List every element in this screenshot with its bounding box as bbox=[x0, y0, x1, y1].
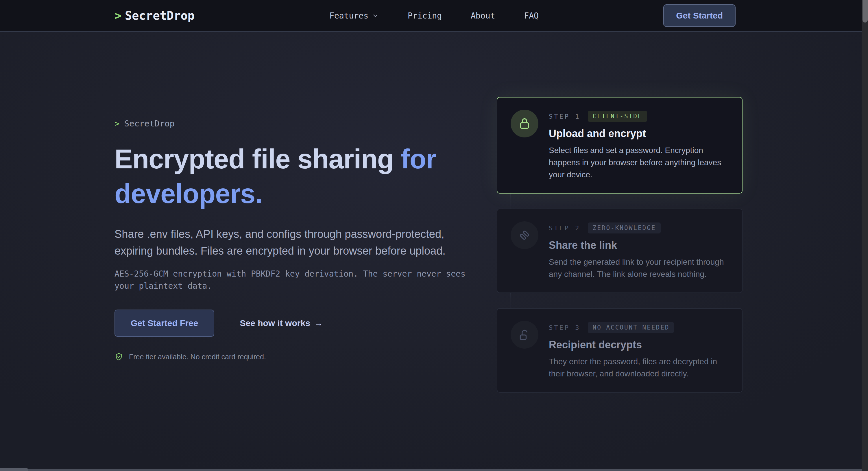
arrow-right-icon: → bbox=[314, 318, 323, 328]
unlock-icon bbox=[518, 328, 531, 341]
eyebrow-text: SecretDrop bbox=[124, 119, 175, 128]
nav-item-features[interactable]: Features bbox=[329, 11, 379, 21]
step-2-title: Share the link bbox=[549, 239, 728, 252]
step-3-meta: STEP 3 NO ACCOUNT NEEDED bbox=[549, 322, 728, 333]
page: > SecretDrop Features Pricing About FAQ … bbox=[0, 0, 868, 471]
step-connector-2 bbox=[510, 293, 511, 308]
nav-item-pricing-label: Pricing bbox=[408, 11, 442, 21]
link-icon bbox=[518, 229, 531, 242]
step-3-body: STEP 3 NO ACCOUNT NEEDED Recipient decry… bbox=[549, 321, 728, 380]
shield-check-icon bbox=[115, 352, 123, 361]
step-1-body: STEP 1 CLIENT-SIDE Upload and encrypt Se… bbox=[549, 110, 728, 181]
page-title-plain: Encrypted file sharing bbox=[115, 144, 401, 174]
step-1-title: Upload and encrypt bbox=[549, 127, 728, 140]
scrollbar-track[interactable] bbox=[862, 0, 868, 471]
hero-copy: > SecretDrop Encrypted file sharing for … bbox=[115, 32, 488, 470]
brand-logo[interactable]: > SecretDrop bbox=[115, 9, 194, 22]
step-1-description: Select files and set a password. Encrypt… bbox=[549, 144, 728, 181]
step-3-title: Recipient decrypts bbox=[549, 339, 728, 351]
hero-subheading: Share .env files, API keys, and configs … bbox=[115, 226, 482, 259]
navbar: > SecretDrop Features Pricing About FAQ … bbox=[0, 0, 868, 32]
step-1-meta: STEP 1 CLIENT-SIDE bbox=[549, 111, 728, 122]
step-card-upload-encrypt[interactable]: STEP 1 CLIENT-SIDE Upload and encrypt Se… bbox=[497, 97, 743, 194]
nav-item-pricing[interactable]: Pricing bbox=[408, 11, 442, 21]
brand-prompt-glyph: > bbox=[115, 9, 121, 22]
chevron-down-icon bbox=[372, 12, 379, 19]
assurance-text: Free tier available. No credit card requ… bbox=[129, 353, 266, 361]
step-3-label: STEP 3 bbox=[549, 324, 580, 331]
step-2-body: STEP 2 ZERO-KNOWLEDGE Share the link Sen… bbox=[549, 221, 728, 281]
nav-item-features-label: Features bbox=[329, 11, 368, 21]
get-started-free-button[interactable]: Get Started Free bbox=[115, 310, 214, 337]
nav-item-faq-label: FAQ bbox=[524, 11, 539, 21]
step-card-share-link[interactable]: STEP 2 ZERO-KNOWLEDGE Share the link Sen… bbox=[497, 209, 743, 293]
step-1-label: STEP 1 bbox=[549, 113, 580, 120]
step-connector-1 bbox=[510, 194, 511, 209]
hero-section: > SecretDrop Encrypted file sharing for … bbox=[0, 32, 868, 470]
step-1-icon-circle bbox=[510, 110, 538, 138]
hero-tech-note: AES-256-GCM encryption with PBKDF2 key d… bbox=[115, 268, 488, 292]
status-bar-stub bbox=[0, 468, 28, 471]
steps-panel: STEP 1 CLIENT-SIDE Upload and encrypt Se… bbox=[497, 32, 743, 470]
eyebrow-prompt-glyph: > bbox=[115, 119, 119, 128]
step-2-meta: STEP 2 ZERO-KNOWLEDGE bbox=[549, 223, 728, 233]
step-2-badge: ZERO-KNOWLEDGE bbox=[588, 223, 660, 233]
lock-icon bbox=[518, 117, 531, 130]
next-section-edge bbox=[0, 469, 862, 471]
nav-item-faq[interactable]: FAQ bbox=[524, 11, 539, 21]
get-started-button[interactable]: Get Started bbox=[663, 4, 736, 27]
scrollbar-thumb[interactable] bbox=[863, 0, 868, 23]
step-2-description: Send the generated link to your recipien… bbox=[549, 256, 728, 281]
step-2-label: STEP 2 bbox=[549, 225, 580, 232]
step-card-recipient-decrypts[interactable]: STEP 3 NO ACCOUNT NEEDED Recipient decry… bbox=[497, 308, 743, 392]
nav-item-about[interactable]: About bbox=[471, 11, 495, 21]
nav-item-about-label: About bbox=[471, 11, 495, 21]
nav-links: Features Pricing About FAQ bbox=[329, 0, 539, 31]
step-3-badge: NO ACCOUNT NEEDED bbox=[588, 322, 674, 333]
page-title: Encrypted file sharing for developers. bbox=[115, 142, 476, 211]
assurance-note: Free tier available. No credit card requ… bbox=[115, 352, 488, 361]
step-2-icon-circle bbox=[510, 221, 538, 249]
see-how-it-works-label: See how it works bbox=[240, 318, 310, 328]
hero-eyebrow: > SecretDrop bbox=[115, 119, 488, 128]
see-how-it-works-link[interactable]: See how it works → bbox=[240, 318, 323, 328]
hero-cta-row: Get Started Free See how it works → bbox=[115, 310, 488, 337]
brand-name: SecretDrop bbox=[125, 9, 194, 22]
step-1-badge: CLIENT-SIDE bbox=[588, 111, 647, 122]
step-3-icon-circle bbox=[510, 321, 538, 349]
step-3-description: They enter the password, files are decry… bbox=[549, 356, 728, 380]
